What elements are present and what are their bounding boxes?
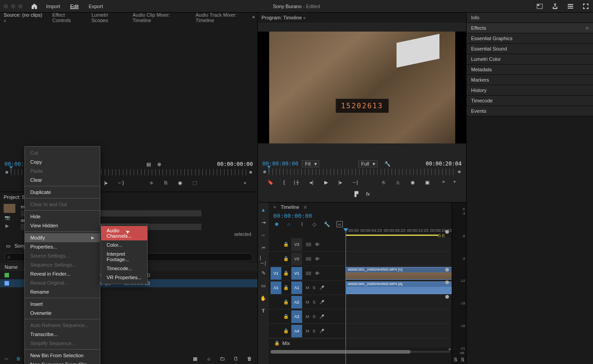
timeline-content[interactable]: A008C001_240524HI503.MP4 [V] A008C001_24… [346,237,452,347]
fx-icon[interactable]: fx [364,190,372,198]
resolution-select[interactable]: Full ▾ [358,160,378,167]
snap-icon[interactable]: ∩ [286,221,292,227]
ctx-view-hidden[interactable]: View Hidden [25,221,100,230]
menu-import[interactable]: Import [46,4,60,9]
source-playhead[interactable] [11,168,11,173]
timeline-horiz-scrollbar[interactable]: ▹| [269,349,452,355]
cc-icon[interactable]: cc [336,221,343,227]
side-tab-history[interactable]: History [467,85,593,96]
bin-icon[interactable]: ▭ [5,242,12,249]
step-back-icon[interactable]: ◂| [308,179,315,186]
home-icon[interactable] [31,3,38,10]
export-frame-icon[interactable]: ⬚ [191,179,198,186]
mix-track[interactable]: 🔒Mix 0.0 [269,338,346,347]
list-view-icon[interactable]: ≣ [14,355,22,362]
ctx-clear[interactable]: Clear [25,175,100,184]
type-tool-icon[interactable]: T [260,307,267,314]
compare-icon[interactable]: ▣ [424,179,431,186]
zoom-fit-select[interactable]: Fit ▾ [302,160,319,167]
sequence-tab[interactable]: Timeline [280,204,299,210]
side-tab-lumetri-color[interactable]: Lumetri Color [467,54,593,65]
window-controls[interactable] [4,4,23,9]
prog-zoom-right[interactable] [458,170,461,173]
v-knob[interactable] [445,268,449,272]
timeline-tc[interactable]: 00:00:00:00 [273,212,312,219]
ctx-sub-vr-properties-[interactable]: VR Properties... [101,273,147,282]
ctx-sub-interpret-footage-[interactable]: Interpret Footage... [101,249,147,264]
maximize-icon[interactable] [582,3,589,10]
tab-lumetri-scopes[interactable]: Lumetri Scopes [91,12,124,23]
extract-icon[interactable]: ⎌ [395,179,402,186]
track-select-tool-icon[interactable]: ⇥ [260,219,267,226]
share-icon[interactable] [551,3,559,10]
timeline-ruler[interactable]: :00:00 00:00:04:23 00:00:09:23 00:00:14:… [346,228,452,237]
list-icon[interactable]: ▤ [145,161,152,168]
mark-out-icon[interactable]: ←} [117,179,124,186]
ctx-rename[interactable]: Rename [25,287,100,296]
new-item-footer-icon[interactable]: 🗋 [232,355,239,362]
program-monitor[interactable]: 15202613 [258,32,466,143]
side-tab-essential-graphics[interactable]: Essential Graphics [467,33,593,44]
rect-tool-icon[interactable]: ▭ [260,282,267,289]
step-fwd-icon[interactable]: |▸ [337,179,344,186]
overflow-icon[interactable]: » [252,14,255,19]
lift-icon[interactable]: ⎋ [380,179,388,186]
export-frame-icon[interactable]: ◉ [409,179,416,186]
overwrite-icon[interactable]: ⎘ [162,179,169,186]
razor-tool-icon[interactable]: ✂ [260,244,267,251]
nest-icon[interactable]: ✱ [273,221,280,227]
close-sequence-icon[interactable]: × [273,204,276,210]
marker-icon[interactable]: 🔖 [267,179,274,186]
ctx-sub-color-[interactable]: Color... [101,240,147,249]
selection-tool-icon[interactable]: ▲ [260,206,267,213]
ctx-copy[interactable]: Copy [25,157,100,166]
ctx-new-bin-from-selection[interactable]: New Bin From Selection [25,351,100,360]
trash-icon[interactable]: 🗑 [246,355,253,362]
button-editor-icon[interactable]: ＋ [451,178,458,185]
track-header-v1[interactable]: V1🔒V1 👁 [269,266,346,281]
work-area-bar[interactable] [346,235,438,236]
video-clip[interactable]: A008C001_240524HI503.MP4 [V] [346,267,452,280]
go-out-icon[interactable]: →| [351,179,359,186]
snapshot-icon[interactable]: ◉ [177,179,184,186]
tab-audio-clip-mixer[interactable]: Audio Clip Mixer: Timeline [132,12,187,23]
side-tab-metadata[interactable]: Metadata [467,65,593,75]
zoom-handle-left[interactable] [5,171,8,174]
workspace-icon[interactable] [567,3,574,10]
menu-edit[interactable]: Edit [70,4,79,9]
track-header-v2[interactable]: 🔒V2 👁 [269,252,346,266]
ctx-modify[interactable]: Modify▶ [25,233,100,242]
marker-opt-icon[interactable]: ◇ [311,221,318,227]
ctx-transcribe-[interactable]: Transcribe... [25,330,100,339]
new-item-icon[interactable]: ⎓ [5,355,8,362]
audio-meter[interactable]: 0 -3 -6 -9 -12 -15 -18 -21 dB SS [452,203,466,364]
ctx-insert[interactable]: Insert [25,299,100,309]
audio-clip[interactable]: A008C001_240524HI503.MP4 [A] [346,281,452,294]
program-playhead[interactable] [269,168,269,172]
track-header-a3[interactable]: 🔒A3 MS🎤 [269,309,346,324]
program-tc-current[interactable]: 00:00:00:00 [262,161,298,167]
zoom-handle-right[interactable] [249,171,252,174]
pen-tool-icon[interactable]: ✎ [260,269,267,276]
ctx-properties-[interactable]: Properties... [25,242,100,251]
ctx-overwrite[interactable]: Overwrite [25,309,100,318]
timeline-playhead[interactable] [346,228,346,364]
ctx-reveal-in-finder-[interactable]: Reveal in Finder... [25,269,100,278]
add-marker-icon[interactable]: ⊕ [156,161,163,168]
ctx-new-sequence-from-clip[interactable]: New Sequence From Clip [25,360,100,364]
side-tab-timecode[interactable]: Timecode [467,96,593,106]
source-patch-a1[interactable]: A1 [271,281,281,294]
insert-icon[interactable]: ⎆ [148,179,155,186]
track-header-a4[interactable]: 🔒A4 MS🎤 [269,324,346,338]
link-icon[interactable]: ⌇ [299,221,305,227]
tab-source[interactable]: Source: (no clips) ≡ [4,12,44,23]
ctx-sub-audio-channels-[interactable]: Audio Channels... [101,226,147,240]
settings-icon[interactable]: 🔧 [384,160,391,167]
track-header-v3[interactable]: 🔒V3 👁 [269,237,346,252]
freeform-icon[interactable]: ▦ [191,355,199,362]
find-icon[interactable]: ⌕ [205,355,212,362]
ctx-duplicate[interactable]: Duplicate [25,188,100,197]
vscroll-handle[interactable] [445,230,449,234]
safe-margin-icon[interactable]: ▛ [353,190,360,198]
ctx-sub-timecode-[interactable]: Timecode... [101,264,147,273]
